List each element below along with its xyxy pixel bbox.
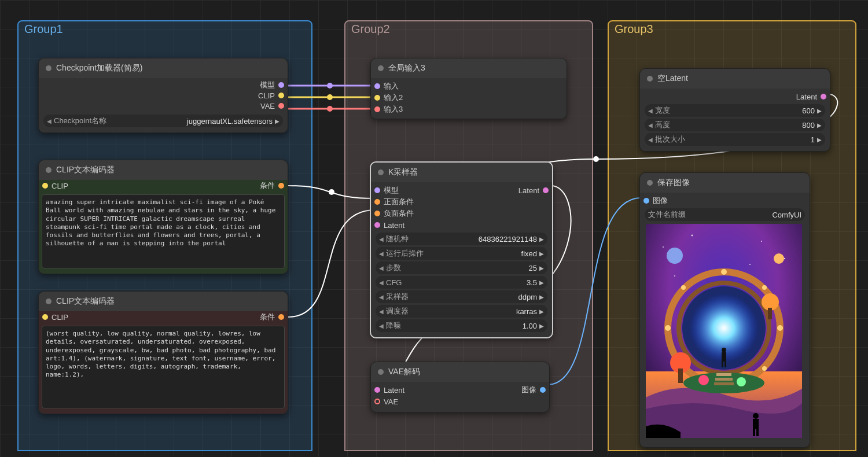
node-clip-text-encode-positive[interactable]: CLIP文本编码器 CLIP 条件 [38,160,288,274]
param-widget[interactable]: ◀采样器ddpm▶ [376,290,547,303]
output-label: 条件 [260,312,275,322]
port-model-in[interactable] [374,187,380,193]
group-title[interactable]: Group2 [344,20,593,39]
svg-point-10 [674,275,675,277]
port-cond-out[interactable] [278,314,284,320]
ckpt-name-widget[interactable]: ◀Checkpoint名称 juggernautXL.safetensors▶ [43,115,283,127]
svg-point-2 [327,106,333,112]
collapse-icon[interactable] [378,369,384,375]
port-vae-in[interactable] [374,399,380,404]
port-in1[interactable] [374,83,380,89]
node-title: VAE解码 [388,367,420,377]
positive-prompt-text[interactable] [42,194,285,268]
input-label: CLIP [52,182,68,190]
svg-point-7 [692,235,693,237]
node-ksampler[interactable]: K采样器 模型 Latent 正面条件 负面条件 Latent ◀随机种6483… [370,162,553,338]
port-clip-out[interactable] [278,93,284,98]
port-latent-out[interactable] [543,187,549,193]
collapse-icon[interactable] [378,65,384,71]
svg-point-23 [762,366,767,371]
node-header[interactable]: VAE解码 [371,362,549,382]
param-widget[interactable]: ◀降噪1.00▶ [376,319,547,332]
group-title[interactable]: Group1 [17,20,312,39]
input-label: 输入2 [384,93,403,103]
param-widget[interactable]: ◀高度800▶ [645,119,825,131]
port-model-out[interactable] [278,82,284,88]
input-label: Latent [384,386,404,395]
param-widget[interactable]: ◀步数25▶ [376,261,547,274]
port-pos-in[interactable] [374,199,380,205]
node-vae-decode[interactable]: VAE解码 Latent 图像 VAE [370,362,550,412]
collapse-icon[interactable] [46,65,52,71]
svg-rect-40 [724,362,726,367]
port-latent-in[interactable] [374,222,380,228]
collapse-icon[interactable] [46,298,52,304]
param-widget[interactable]: ◀随机种64836221921148▶ [376,233,547,245]
collapse-icon[interactable] [378,169,384,175]
ksampler-widgets: ◀随机种64836221921148▶◀运行后操作fixed▶◀步数25▶◀CF… [371,233,552,332]
port-vae-out[interactable] [278,103,284,109]
port-image-out[interactable] [540,387,546,393]
node-title: 空Latent [657,73,688,84]
input-label: 正面条件 [384,197,414,207]
svg-rect-30 [768,308,772,319]
svg-point-17 [721,269,727,275]
node-global-inputs[interactable]: 全局输入3 输入 输入2 输入3 [370,58,567,119]
param-widget[interactable]: ◀运行后操作fixed▶ [376,247,547,260]
node-header[interactable]: K采样器 [371,163,552,182]
port-latent-in[interactable] [374,387,380,393]
svg-rect-42 [753,419,759,429]
port-latent-out[interactable] [821,94,826,99]
node-title: CLIP文本编码器 [56,165,115,175]
svg-point-13 [774,253,784,264]
svg-point-32 [698,375,709,385]
filename-prefix-widget[interactable]: 文件名前缀 ComfyUI [645,208,805,221]
svg-rect-35 [715,378,733,381]
port-neg-in[interactable] [374,211,380,216]
node-title: 全局输入3 [388,63,425,73]
port-in3[interactable] [374,106,380,112]
svg-point-4 [593,156,599,162]
negative-prompt-text[interactable] [42,326,285,408]
svg-point-33 [737,377,746,386]
param-widget[interactable]: ◀宽度600▶ [645,104,825,117]
svg-point-41 [753,413,759,419]
collapse-icon[interactable] [647,180,653,186]
node-save-image[interactable]: 保存图像 图像 文件名前缀 ComfyUI [639,172,810,448]
collapse-icon[interactable] [46,167,52,173]
svg-rect-43 [753,429,755,436]
node-header[interactable]: 全局输入3 [371,58,567,78]
input-label: 输入3 [384,104,403,115]
collapse-icon[interactable] [647,76,653,82]
port-in2[interactable] [374,95,380,101]
svg-rect-28 [678,368,683,383]
node-header[interactable]: 保存图像 [640,173,810,193]
group-title[interactable]: Group3 [608,20,856,39]
port-clip-in[interactable] [42,183,48,189]
param-widget[interactable]: ◀CFG3.5▶ [376,276,547,289]
svg-point-18 [777,325,783,331]
output-label: CLIP [258,91,275,100]
svg-point-37 [722,348,726,352]
output-preview-image[interactable] [646,224,804,440]
node-header[interactable]: CLIP文本编码器 [39,292,288,311]
node-header[interactable]: Checkpoint加载器(简易) [39,58,288,78]
input-label: Latent [384,221,404,230]
port-cond-out[interactable] [278,183,284,189]
node-checkpoint-loader[interactable]: Checkpoint加载器(简易) 模型 CLIP VAE ◀Checkpoin… [38,58,288,133]
node-header[interactable]: 空Latent [640,69,830,89]
port-image-in[interactable] [643,198,649,204]
param-widget[interactable]: ◀批次大小1▶ [645,133,825,146]
node-clip-text-encode-negative[interactable]: CLIP文本编码器 CLIP 条件 [38,291,288,414]
svg-point-11 [749,264,751,265]
node-empty-latent[interactable]: 空Latent Latent ◀宽度600▶◀高度800▶◀批次大小1▶ [639,68,830,152]
svg-rect-38 [722,352,726,362]
node-header[interactable]: CLIP文本编码器 [39,160,288,180]
param-widget[interactable]: ◀调度器karras▶ [376,305,547,318]
port-clip-in[interactable] [42,314,48,320]
input-label: CLIP [52,313,68,322]
node-title: CLIP文本编码器 [56,296,115,307]
input-label: 图像 [653,196,668,206]
svg-point-20 [665,325,671,331]
svg-point-3 [329,189,334,195]
